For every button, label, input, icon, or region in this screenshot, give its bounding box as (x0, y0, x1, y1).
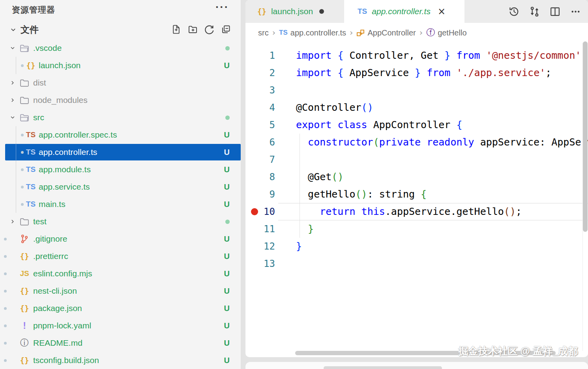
line-number[interactable]: 8 (245, 168, 275, 186)
file-label: src (33, 109, 44, 126)
tree-item-app-controller-spec-ts[interactable]: TSapp.controller.spec.tsU (0, 126, 241, 144)
history-icon[interactable] (508, 6, 520, 18)
indent-guide (16, 126, 16, 144)
git-untracked-badge: U (224, 57, 230, 74)
code-line-11[interactable]: 11 } (245, 220, 588, 238)
file-dot-icon (4, 324, 7, 327)
file-label: dist (33, 74, 46, 91)
file-label: eslint.config.mjs (33, 265, 92, 282)
tree-item--prettierrc[interactable]: {}.prettierrcU (0, 248, 241, 265)
line-number[interactable]: 2 (245, 64, 275, 82)
tab-launch-json[interactable]: {} launch.json (245, 0, 344, 23)
line-number[interactable]: 9 (245, 186, 275, 203)
folder-open-icon (18, 109, 31, 126)
symbol-method-icon: ⓕ (426, 28, 435, 37)
tree-item-main-ts[interactable]: TSmain.tsU (0, 196, 241, 213)
collapse-all-icon[interactable] (221, 24, 231, 35)
refresh-icon[interactable] (204, 24, 215, 35)
tree-item-app-module-ts[interactable]: TSapp.module.tsU (0, 161, 241, 178)
breadcrumb-label: app.controller.ts (290, 28, 346, 37)
file-label: app.service.ts (39, 178, 90, 196)
tree-item-app-controller-ts[interactable]: TSapp.controller.tsU (0, 144, 241, 161)
file-dot-icon (4, 307, 7, 310)
code-line-7[interactable]: 7 (245, 151, 588, 168)
tree-item-package-json[interactable]: {}package.jsonU (0, 300, 241, 317)
tree-item-pnpm-lock-yaml[interactable]: !pnpm-lock.yamlU (0, 317, 241, 334)
chevron-down-icon[interactable] (10, 45, 15, 51)
line-number[interactable]: 12 (245, 238, 275, 255)
line-number[interactable]: 10 (245, 203, 275, 220)
line-number[interactable]: 4 (245, 99, 275, 116)
tree-item-eslint-config-mjs[interactable]: JSeslint.config.mjsU (0, 265, 241, 282)
tree-item-nest-cli-json[interactable]: {}nest-cli.jsonU (0, 282, 241, 300)
folder-icon (18, 91, 31, 109)
files-section-header[interactable]: 文件 (0, 19, 241, 39)
compare-changes-icon[interactable] (528, 6, 541, 18)
code-line-1[interactable]: 1import { Controller, Get } from '@nestj… (245, 47, 588, 64)
line-number[interactable]: 3 (245, 82, 275, 99)
split-editor-icon[interactable] (549, 6, 561, 18)
sidebar-more-icon[interactable]: ··· (215, 1, 229, 13)
file-dot-icon (4, 359, 7, 362)
tree-item-dist[interactable]: dist (0, 74, 241, 91)
chevron-right-icon[interactable] (10, 219, 15, 224)
line-number[interactable]: 6 (245, 134, 275, 151)
tree-item-test[interactable]: test (0, 213, 241, 230)
file-label: main.ts (39, 196, 66, 213)
line-number[interactable]: 1 (245, 47, 275, 64)
tree-item-readme-md[interactable]: ⓘREADME.mdU (0, 334, 241, 352)
code-line-6[interactable]: 6 constructor(private readonly appServic… (245, 134, 588, 151)
code-editor[interactable]: 1import { Controller, Get } from '@nestj… (245, 43, 588, 357)
typescript-file-icon: TS (279, 29, 288, 37)
new-file-icon[interactable] (171, 24, 182, 35)
code-text: constructor(private readonly appService:… (296, 134, 588, 151)
editor-tab-bar: {} launch.json TS app.controller.ts × (245, 0, 588, 23)
file-label: .prettierrc (33, 248, 68, 265)
tree-item--gitignore[interactable]: .gitignoreU (0, 230, 241, 248)
code-line-8[interactable]: 8 @Get() (245, 168, 588, 186)
tree-item-node-modules[interactable]: node_modules (0, 91, 241, 109)
code-line-2[interactable]: 2import { AppService } from './app.servi… (245, 64, 588, 82)
chevron-right-icon[interactable] (10, 80, 15, 86)
tab-app-controller-ts[interactable]: TS app.controller.ts × (344, 0, 464, 23)
line-number[interactable]: 7 (245, 151, 275, 168)
vertical-scrollbar[interactable] (583, 41, 588, 232)
git-untracked-badge: U (224, 317, 230, 334)
code-line-13[interactable]: 13 (245, 255, 588, 272)
git-untracked-badge: U (224, 300, 230, 317)
more-actions-icon[interactable] (569, 6, 582, 18)
git-untracked-badge: U (224, 144, 230, 161)
breadcrumb-item-class[interactable]: AppController (356, 28, 416, 37)
folder-open-icon (18, 39, 31, 57)
code-line-3[interactable]: 3 (245, 82, 588, 99)
tree-item-launch-json[interactable]: {}launch.jsonU (0, 57, 241, 74)
code-line-12[interactable]: 12} (245, 238, 588, 255)
code-line-9[interactable]: 9 getHello(): string { (245, 186, 588, 203)
git-untracked-badge: U (224, 248, 230, 265)
unsaved-dot-icon[interactable] (319, 9, 324, 14)
bottom-panel-scrollbar[interactable] (324, 366, 442, 369)
breadcrumb-item-method[interactable]: ⓕ getHello (426, 28, 466, 37)
code-line-4[interactable]: 4@Controller() (245, 99, 588, 116)
line-number[interactable]: 5 (245, 116, 275, 134)
tree-item-tsconfig-build-json[interactable]: {}tsconfig.build.jsonU (0, 352, 241, 369)
new-folder-icon[interactable] (187, 24, 198, 35)
chevron-right-icon[interactable] (10, 97, 15, 103)
chevron-down-icon[interactable] (10, 115, 15, 120)
git-untracked-badge: U (224, 161, 230, 178)
tree-item-app-service-ts[interactable]: TSapp.service.tsU (0, 178, 241, 196)
info-icon: ⓘ (18, 334, 31, 352)
folder-icon (18, 213, 31, 230)
line-number[interactable]: 11 (245, 220, 275, 238)
line-number[interactable]: 13 (245, 255, 275, 272)
breadcrumb-item-file[interactable]: TS app.controller.ts (279, 28, 346, 37)
tree-item--vscode[interactable]: .vscode (0, 39, 241, 57)
code-line-5[interactable]: 5export class AppController { (245, 116, 588, 134)
breadcrumb-item-src[interactable]: src (258, 28, 269, 37)
file-dot-icon (4, 342, 7, 345)
code-text: import { AppService } from './app.servic… (296, 64, 551, 82)
code-line-10[interactable]: 10 return this.appService.getHello(); (245, 203, 588, 220)
code-text: } (296, 238, 302, 255)
tree-item-src[interactable]: src (0, 109, 241, 126)
close-icon[interactable]: × (438, 7, 446, 16)
